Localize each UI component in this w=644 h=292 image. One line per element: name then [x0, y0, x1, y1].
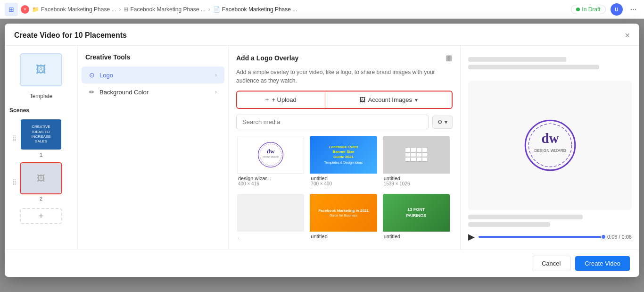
kb-keys [405, 148, 427, 161]
media-card-4[interactable]: . [236, 193, 305, 242]
add-scene-btn[interactable]: + [20, 208, 62, 224]
logo-panel-desc: Add a simple overlay to your video, like… [236, 68, 453, 85]
scene-thumb-inner-1: CREATIVEIDEAS TOINCREASESALES [21, 119, 61, 150]
media-meta-3: untitled 1539 × 1026 [383, 174, 450, 188]
media-source-row: + + Upload 🖼 Account Images ▾ [236, 91, 453, 109]
status-label: In Draft [582, 6, 600, 13]
upload-icon: + [265, 96, 269, 103]
media-thumb-6: 13 FONTPAIRINGS [383, 194, 450, 232]
scene-thumb-2[interactable]: 🖼 [20, 162, 62, 194]
account-images-btn[interactable]: 🖼 Account Images ▾ [325, 92, 452, 108]
logo-panel-header: Add a Logo Overlay ▦ [236, 53, 453, 62]
scene-item-2[interactable]: ⣿ 🖼 2 [20, 162, 62, 201]
avatar[interactable]: U [611, 3, 623, 16]
skeleton-bar-3 [468, 215, 583, 219]
media-meta-1: design wizar... 400 × 416 [237, 174, 304, 188]
scenes-label: Scenes [9, 107, 29, 114]
filter-icon: ⚙ [438, 119, 443, 125]
modal-header: Create Video for 10 Placements × [5, 24, 639, 46]
media-name-4: . [238, 234, 303, 239]
nav-file-active[interactable]: 📄 Facebook Marketing Phase ... [213, 6, 297, 13]
nav-left: ⊞ × 📁 Facebook Marketing Phase ... › ⊞ F… [5, 3, 297, 16]
creative-tools-panel: Creative Tools ⊙ Logo › ✏ Background Col… [78, 46, 229, 250]
nav-file-2[interactable]: ⊞ Facebook Marketing Phase ... [124, 6, 205, 13]
account-images-label: Account Images [368, 96, 412, 103]
active-file-icon: 📄 [213, 6, 220, 13]
preview-dw-logo-svg: dw DESIGN WIZARD [522, 117, 578, 174]
tool-bg-icon: ✏ [89, 88, 95, 96]
filter-btn[interactable]: ⚙ ▾ [432, 116, 453, 129]
folder-icon-2: ⊞ [124, 6, 128, 13]
create-video-modal: Create Video for 10 Placements × 🖼 Templ… [5, 24, 639, 277]
skeleton-bar-1 [468, 57, 566, 62]
preview-skeleton-footer [468, 215, 632, 227]
modal-close-btn[interactable]: × [625, 31, 630, 40]
media-meta-2: untitled 700 × 400 [310, 174, 377, 188]
top-nav: ⊞ × 📁 Facebook Marketing Phase ... › ⊞ F… [0, 0, 644, 19]
skeleton-bar-2 [468, 65, 599, 69]
logo-panel-icon: ▦ [446, 53, 453, 62]
more-options-btn[interactable]: ··· [627, 4, 639, 15]
search-input[interactable] [236, 115, 429, 129]
tool-bg-color[interactable]: ✏ Background Color › [82, 83, 224, 100]
preview-panel: dw DESIGN WIZARD ▶ 0:06 / 0:06 [460, 46, 639, 250]
media-name-5: untitled [311, 234, 376, 239]
logo-overlay-panel: Add a Logo Overlay ▦ Add a simple overla… [229, 46, 460, 250]
tool-logo[interactable]: ⊙ Logo › [82, 67, 224, 83]
upload-label: + Upload [272, 96, 296, 103]
svg-text:DESIGN WIZARD: DESIGN WIZARD [534, 148, 566, 153]
media-thumb-3 [383, 136, 450, 174]
scene-thumb-inner-2: 🖼 [21, 163, 61, 193]
template-icon: 🖼 [36, 64, 46, 76]
svg-point-1 [260, 144, 281, 166]
upload-btn[interactable]: + + Upload [237, 92, 325, 108]
nav-file-1[interactable]: 📁 Facebook Marketing Phase ... [32, 6, 116, 13]
nav-sep-2: › [208, 6, 210, 13]
fb2-thumb-text: Facebook Marketing in 2021 Guide for Bus… [316, 206, 371, 220]
scene-thumb-1[interactable]: CREATIVEIDEAS TOINCREASESALES [20, 118, 62, 150]
progress-track[interactable] [479, 236, 603, 238]
template-thumb[interactable]: 🖼 [20, 53, 62, 86]
progress-thumb[interactable] [601, 234, 606, 240]
play-btn[interactable]: ▶ [468, 232, 475, 242]
search-row: ⚙ ▾ [236, 115, 453, 129]
modal-overlay: Create Video for 10 Placements × 🖼 Templ… [0, 19, 644, 292]
media-card-1[interactable]: dw DESIGN WIZARD design wizar... 400 × 4… [236, 135, 305, 189]
modal-title: Create Video for 10 Placements [14, 31, 127, 40]
media-meta-5: untitled [310, 232, 377, 241]
svg-text:dw: dw [541, 131, 559, 146]
media-card-2[interactable]: Facebook EventBanner SizeGuide 2021 Temp… [309, 135, 378, 189]
close-tab-btn[interactable]: × [21, 5, 29, 14]
status-badge: In Draft [571, 5, 605, 14]
video-controls: ▶ 0:06 / 0:06 [468, 232, 632, 242]
tool-logo-label: Logo [99, 72, 210, 79]
media-meta-6: untitled [383, 232, 450, 241]
filter-chevron: ▾ [445, 119, 447, 125]
fb-thumb-inner: Facebook EventBanner SizeGuide 2021 Temp… [322, 143, 364, 167]
modal-footer: Cancel Create Video [5, 250, 639, 277]
media-grid: dw DESIGN WIZARD design wizar... 400 × 4… [236, 135, 453, 242]
template-label: Template [30, 93, 53, 100]
creative-tools-title: Creative Tools [78, 53, 228, 67]
media-card-3[interactable]: untitled 1539 × 1026 [382, 135, 451, 189]
media-size-3: 1539 × 1026 [384, 181, 449, 186]
preview-logo-area: dw DESIGN WIZARD [468, 81, 632, 210]
skeleton-bar-4 [468, 222, 550, 227]
tool-logo-icon: ⊙ [89, 71, 95, 79]
media-card-6[interactable]: 13 FONTPAIRINGS untitled [382, 193, 451, 242]
media-name-2: untitled [311, 175, 376, 181]
media-card-5[interactable]: Facebook Marketing in 2021 Guide for Bus… [309, 193, 378, 242]
scene-drag-1: ⣿ [12, 135, 17, 142]
media-name-3: untitled [384, 175, 449, 181]
nav-right: In Draft U ··· [571, 3, 639, 16]
modal-body: 🖼 Template Scenes ⣿ CREATIVEIDEAS TOINCR… [5, 46, 639, 250]
media-thumb-4 [237, 194, 304, 232]
media-name-1: design wizar... [238, 175, 303, 181]
create-video-btn[interactable]: Create Video [575, 256, 630, 271]
scene-item-1[interactable]: ⣿ CREATIVEIDEAS TOINCREASESALES 1 [20, 118, 62, 158]
status-dot [576, 8, 580, 11]
cancel-btn[interactable]: Cancel [532, 256, 570, 271]
media-meta-4: . [237, 232, 304, 241]
progress-fill [479, 236, 603, 238]
home-icon[interactable]: ⊞ [5, 3, 18, 16]
